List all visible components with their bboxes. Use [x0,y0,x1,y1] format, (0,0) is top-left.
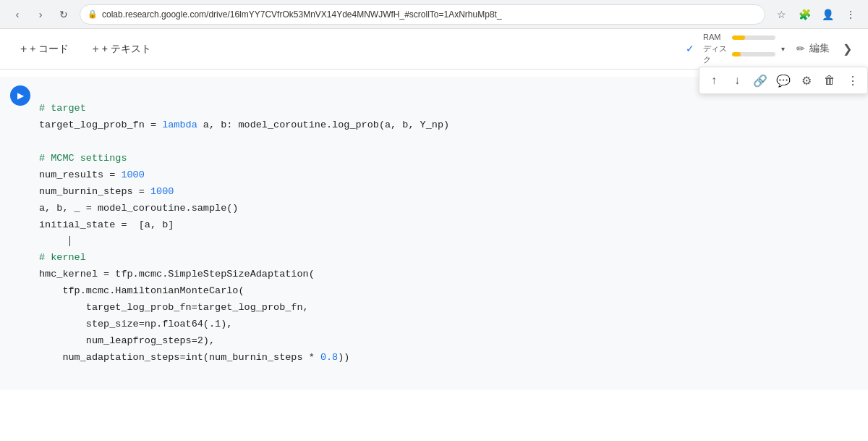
delete-button[interactable]: 🗑 [820,70,840,91]
cursor-line [39,235,70,246]
add-text-button[interactable]: + + テキスト [83,38,159,60]
move-down-button[interactable]: ↓ [727,70,747,91]
ram-disk-area: RAM ディスク [703,32,775,65]
chevron-button[interactable]: ❯ [838,39,856,59]
toolbar-left: + + コード + + テキスト [12,38,160,60]
add-code-button[interactable]: + + コード [12,38,77,60]
plus-text-icon: + [92,43,98,56]
line-hmc-kernel: hmc_kernel = tfp.mcmc.SimpleStepSizeAdap… [39,269,315,280]
ram-dropdown-button[interactable]: ▾ [778,43,788,54]
main-content: ▶ # target target_log_prob_fn = lambda a… [0,70,868,390]
toolbar-right: ✓ RAM ディスク ▾ [686,32,856,65]
line-num-leapfrog: num_leapfrog_steps=2), [39,335,215,346]
code-block: # target target_log_prob_fn = lambda a, … [39,84,861,383]
browser-nav: ‹ › ↻ [7,4,74,25]
edit-label: 編集 [809,42,830,55]
disk-row: ディスク [703,43,775,66]
cell-toolbar: ↑ ↓ 🔗 💬 ⚙ 🗑 ⋮ [699,67,868,94]
line-num-adaptation: num_adaptation_steps=int(num_burnin_step… [39,352,349,363]
menu-button[interactable]: ⋮ [841,4,861,25]
star-button[interactable]: ☆ [771,4,791,25]
line-target-fn: target_log_prob_fn = lambda a, b: model_… [39,119,449,130]
chevron-right-icon: ❯ [843,42,852,56]
plus-code-icon: + [20,43,27,56]
add-code-label: + コード [30,43,69,56]
forward-button[interactable]: › [30,4,51,25]
ram-label: RAM [703,32,729,43]
ram-row: RAM [703,32,775,43]
more-options-button[interactable]: ⋮ [843,70,863,91]
comment-button[interactable]: 💬 [773,70,793,91]
disk-label: ディスク [703,43,729,66]
profile-button[interactable]: 👤 [817,4,838,25]
comment-mcmc: # MCMC settings [39,153,127,164]
pencil-icon: ✏ [796,43,805,54]
disk-fill [732,52,741,56]
back-button[interactable]: ‹ [7,4,27,25]
dropdown-arrow-icon: ▾ [781,45,785,53]
code-cell: ▶ # target target_log_prob_fn = lambda a… [0,77,868,390]
lock-icon: 🔒 [88,9,98,19]
settings-button[interactable]: ⚙ [796,70,817,91]
line-step-size: step_size=np.float64(.1), [39,319,232,329]
browser-actions: ☆ 🧩 👤 ⋮ [771,4,861,25]
reload-button[interactable]: ↻ [54,4,74,25]
line-num-burnin: num_burnin_steps = 1000 [39,186,174,197]
check-icon: ✓ [686,43,694,54]
colab-toolbar: + + コード + + テキスト ✓ RAM ディスク [0,29,868,70]
line-hmc-inner: tfp.mcmc.HamiltonianMonteCarlo( [39,285,244,296]
browser-bar: ‹ › ↻ 🔒 colab.research.google.com/drive/… [0,0,868,29]
line-target-log: target_log_prob_fn=target_log_prob_fn, [39,302,309,313]
copy-link-button[interactable]: 🔗 [750,70,770,91]
text-cursor [69,236,70,246]
comment-target: # target [39,103,86,114]
line-initial-state: initial_state = [a, b] [39,219,174,230]
line-num-results: num_results = 1000 [39,169,145,180]
add-text-label: + テキスト [102,43,151,56]
disk-usage-bar [732,52,775,56]
ram-fill [732,35,745,40]
extension-button[interactable]: 🧩 [794,4,814,25]
url-text: colab.research.google.com/drive/16lmYY7C… [102,9,502,20]
run-cell-button[interactable]: ▶ [10,85,30,106]
move-up-button[interactable]: ↑ [704,70,724,91]
url-bar[interactable]: 🔒 colab.research.google.com/drive/16lmYY… [80,4,765,25]
line-sample: a, b, _ = model_coroutine.sample() [39,203,238,214]
ram-usage-bar [732,35,775,40]
edit-section[interactable]: ✏ 編集 [796,42,830,55]
comment-kernel: # kernel [39,252,86,263]
